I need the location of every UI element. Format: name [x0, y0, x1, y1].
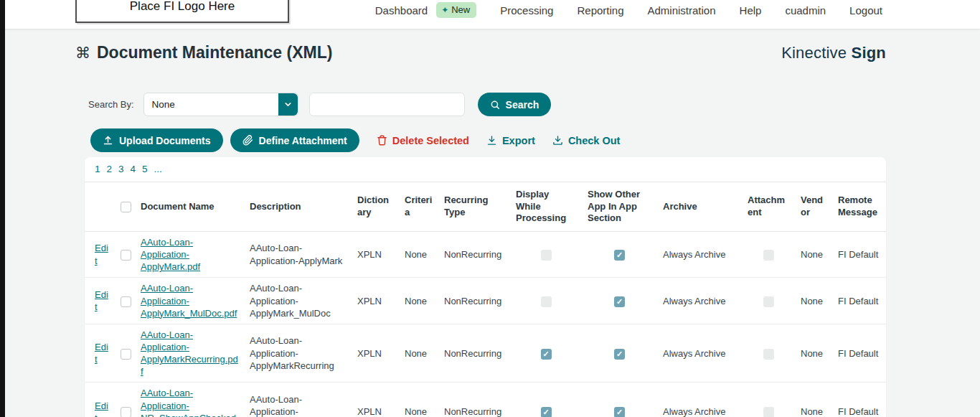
attachment-checkbox[interactable]: [763, 349, 774, 360]
export-button[interactable]: Export: [486, 135, 535, 146]
row-select-cell: [115, 231, 135, 277]
row-checkbox[interactable]: [121, 250, 131, 261]
edit-cell: Edit: [85, 324, 115, 383]
criteria-cell: None: [399, 278, 438, 324]
criteria-cell: None: [399, 324, 438, 383]
description-cell: AAuto-Loan-Application-ApplyMarkRecurrin…: [244, 324, 352, 383]
recurring-type-cell: NonRecurring: [438, 383, 510, 417]
nav-item-reporting[interactable]: Reporting: [577, 4, 623, 17]
col-archive: Archive: [657, 182, 742, 232]
display-while-processing-checkbox[interactable]: [541, 349, 552, 360]
nav-item-logout[interactable]: Logout: [849, 4, 882, 17]
show-other-app-cell: [582, 278, 657, 324]
edit-link[interactable]: Edit: [95, 243, 108, 266]
show-other-app-checkbox[interactable]: [614, 250, 625, 261]
row-select-cell: [115, 324, 135, 383]
edit-cell: Edit: [85, 231, 115, 277]
page-link-3[interactable]: 3: [118, 164, 124, 174]
display-while-processing-checkbox[interactable]: [541, 250, 552, 261]
col-show-other-app: Show Other App In App Section: [582, 182, 657, 232]
document-name-link[interactable]: AAuto-Loan-Application-ApplyMarkRecurrin…: [141, 329, 238, 377]
search-icon: [490, 100, 500, 110]
description-cell: AAuto-Loan-Application-ApplyMark_MulDoc: [244, 278, 352, 324]
window-edge: [0, 0, 5, 417]
select-all-checkbox[interactable]: [121, 202, 131, 212]
check-out-icon: [552, 135, 563, 146]
page-link-more[interactable]: ...: [154, 164, 162, 174]
search-button[interactable]: Search: [478, 93, 552, 116]
row-select-cell: [115, 278, 135, 324]
recurring-type-cell: NonRecurring: [438, 231, 510, 277]
select-all-cell: [115, 182, 135, 232]
chevron-down-icon[interactable]: [278, 93, 298, 116]
dictionary-cell: XPLN: [352, 324, 399, 383]
nav-item-cuadmin[interactable]: cuadmin: [785, 4, 826, 17]
attachment-cell: [742, 383, 795, 417]
brand-prefix: Kinective: [781, 44, 851, 62]
define-attachment-button[interactable]: Define Attachment: [230, 128, 359, 152]
dictionary-cell: XPLN: [352, 278, 399, 324]
attachment-cell: [742, 231, 795, 277]
page-link-2[interactable]: 2: [107, 164, 113, 174]
edit-link[interactable]: Edit: [95, 289, 108, 312]
display-while-processing-cell: [510, 324, 582, 383]
search-by-dropdown[interactable]: None: [143, 93, 298, 116]
delete-selected-button[interactable]: Delete Selected: [377, 135, 469, 146]
nav-item-dashboard[interactable]: Dashboard: [375, 4, 428, 17]
toolbar-pill-group: Upload Documents Define Attachment: [90, 128, 359, 152]
vendor-cell: None: [795, 278, 832, 324]
nav-menu: Dashboard ✦ New Processing Reporting Adm…: [375, 2, 882, 18]
page-link-4[interactable]: 4: [131, 164, 136, 174]
search-by-label: Search By:: [88, 99, 134, 110]
nav-item-processing[interactable]: Processing: [500, 4, 553, 17]
document-name-link[interactable]: AAuto-Loan-Application-ApplyMark_MulDoc.…: [141, 283, 237, 318]
page-title-text: Document Maintenance (XML): [97, 43, 332, 62]
archive-cell: Always Archive: [657, 383, 742, 417]
row-checkbox[interactable]: [121, 349, 131, 360]
display-while-processing-checkbox[interactable]: [541, 407, 552, 417]
page-link-1[interactable]: 1: [95, 164, 100, 174]
display-while-processing-cell: [510, 231, 582, 277]
attachment-checkbox[interactable]: [763, 407, 774, 417]
upload-documents-button[interactable]: Upload Documents: [90, 128, 223, 152]
document-name-link[interactable]: AAuto-Loan-Application-NR_ShowAppChecked…: [141, 388, 236, 417]
edit-link[interactable]: Edit: [95, 400, 108, 417]
search-bar: Search By: None Search: [88, 93, 980, 116]
show-other-app-checkbox[interactable]: [614, 296, 625, 307]
archive-cell: Always Archive: [657, 278, 742, 324]
pagination: 1 2 3 4 5 ...: [85, 157, 886, 182]
display-while-processing-checkbox[interactable]: [541, 296, 552, 307]
col-dictionary: Dictionary: [352, 182, 399, 232]
check-out-button[interactable]: Check Out: [552, 135, 621, 146]
vendor-cell: None: [795, 324, 832, 383]
attachment-checkbox[interactable]: [763, 250, 774, 261]
criteria-cell: None: [399, 231, 438, 277]
show-other-app-checkbox[interactable]: [614, 407, 625, 417]
criteria-cell: None: [399, 383, 438, 417]
command-icon: ⌘: [75, 44, 90, 62]
document-name-cell: AAuto-Loan-Application-ApplyMark_MulDoc.…: [135, 278, 244, 324]
documents-card: 1 2 3 4 5 ... Document Name Description …: [85, 157, 886, 417]
top-navbar: Place FI Logo Here Dashboard ✦ New Proce…: [0, 0, 980, 29]
archive-cell: Always Archive: [657, 231, 742, 277]
row-checkbox[interactable]: [121, 407, 131, 417]
show-other-app-checkbox[interactable]: [614, 349, 625, 360]
table-row: Edit AAuto-Loan-Application-ApplyMarkRec…: [85, 324, 886, 383]
col-description: Description: [244, 182, 352, 232]
document-name-link[interactable]: AAuto-Loan-Application-ApplyMark.pdf: [141, 237, 200, 272]
col-recurring-type: Recurring Type: [438, 182, 510, 232]
nav-item-administration[interactable]: Administration: [648, 4, 716, 17]
row-checkbox[interactable]: [121, 296, 131, 307]
display-while-processing-cell: [510, 278, 582, 324]
table-row: Edit AAuto-Loan-Application-ApplyMark_Mu…: [85, 278, 886, 324]
edit-link[interactable]: Edit: [95, 342, 108, 365]
attachment-cell: [742, 278, 795, 324]
search-input[interactable]: [309, 93, 465, 116]
col-remote-message: Remote Message: [832, 182, 886, 232]
page-link-5[interactable]: 5: [142, 164, 148, 174]
attachment-checkbox[interactable]: [763, 296, 774, 307]
nav-item-help[interactable]: Help: [740, 4, 762, 17]
edit-cell: Edit: [85, 278, 115, 324]
download-icon: [486, 135, 497, 146]
new-badge: ✦ New: [436, 2, 476, 18]
